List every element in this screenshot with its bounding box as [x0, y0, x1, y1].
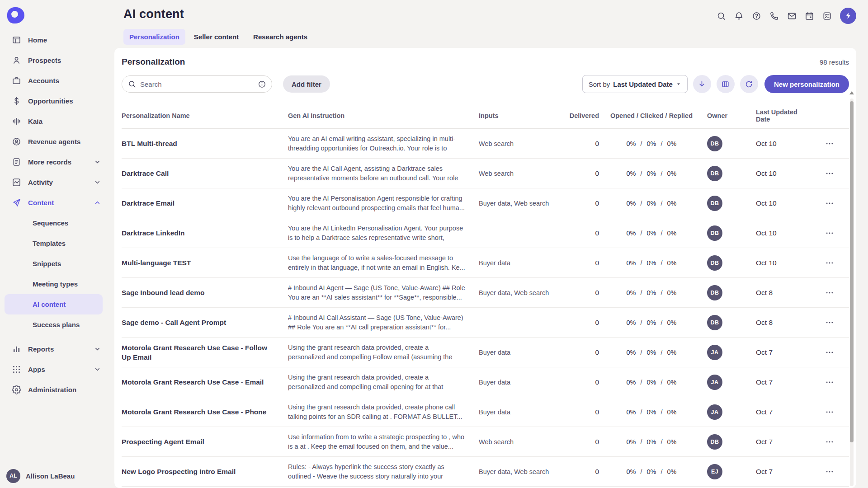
add-filter-button[interactable]: Add filter: [283, 75, 330, 93]
owner-avatar[interactable]: DB: [707, 225, 722, 241]
table-row[interactable]: Motorola Grant Research Use Case - Phone…: [122, 397, 849, 427]
sort-by-dropdown[interactable]: Sort by Last Updated Date: [582, 75, 688, 93]
sidebar-item-meeting-types[interactable]: Meeting types: [5, 274, 103, 294]
personalization-name[interactable]: Darktrace LinkedIn: [122, 228, 288, 238]
person-icon: [11, 56, 21, 66]
phone-icon[interactable]: [769, 10, 779, 21]
owner-avatar[interactable]: DB: [707, 434, 722, 450]
table-row[interactable]: Sage Inbound lead demo # Inbound AI Agen…: [122, 278, 849, 308]
personalization-name[interactable]: Darktrace Email: [122, 198, 288, 208]
refresh-button[interactable]: [740, 75, 758, 93]
table-row[interactable]: Darktrace LinkedIn You are the AI Linked…: [122, 218, 849, 248]
sidebar-item-snippets[interactable]: Snippets: [5, 253, 103, 274]
row-menu-button[interactable]: [810, 318, 849, 327]
sidebar-item-content[interactable]: Content: [0, 192, 107, 213]
col-header-name[interactable]: Personalization Name: [122, 112, 288, 119]
sidebar-item-sequences[interactable]: Sequences: [5, 213, 103, 233]
tab-personalization[interactable]: Personalization: [123, 29, 185, 45]
table-row[interactable]: Multi-language TEST Use the language of …: [122, 248, 849, 278]
table-row[interactable]: Sage demo - Call Agent Prompt # Inbound …: [122, 308, 849, 338]
row-menu-button[interactable]: [810, 199, 849, 208]
scroll-up-arrow[interactable]: [849, 91, 854, 94]
bell-icon[interactable]: [733, 10, 744, 21]
sidebar-item-apps[interactable]: Apps: [0, 359, 107, 380]
owner-avatar[interactable]: DB: [707, 315, 722, 330]
owner-avatar[interactable]: JA: [707, 404, 722, 420]
owner-avatar[interactable]: EJ: [707, 464, 722, 479]
owner-avatar[interactable]: JA: [707, 375, 722, 390]
sidebar-item-revenue-agents[interactable]: Revenue agents: [0, 131, 107, 152]
personalization-name[interactable]: Sage demo - Call Agent Prompt: [122, 318, 288, 327]
tab-seller-content[interactable]: Seller content: [188, 29, 245, 45]
personalization-name[interactable]: Motorola Grant Research Use Case - Phone: [122, 407, 288, 417]
table-row[interactable]: Motorola Grant Research Use Case - Follo…: [122, 338, 849, 367]
sidebar-item-accounts[interactable]: Accounts: [0, 70, 107, 91]
row-menu-button[interactable]: [810, 258, 849, 267]
owner-avatar[interactable]: JA: [707, 345, 722, 360]
sidebar-item-home[interactable]: Home: [0, 30, 107, 50]
scrollbar-thumb[interactable]: [850, 101, 854, 442]
columns-button[interactable]: [717, 75, 735, 93]
sidebar-item-ai-content[interactable]: AI content: [5, 294, 103, 314]
user-menu[interactable]: AL Allison LaBeau: [0, 464, 107, 488]
row-menu-button[interactable]: [810, 408, 849, 417]
sidebar-item-prospects[interactable]: Prospects: [0, 50, 107, 70]
table-row[interactable]: New Logo Prospecting Intro Email Rules: …: [122, 457, 849, 487]
row-menu-button[interactable]: [810, 169, 849, 178]
row-menu-button[interactable]: [810, 467, 849, 476]
col-header-ocr[interactable]: Opened / Clicked / Replied: [604, 112, 699, 119]
owner-avatar[interactable]: DB: [707, 255, 722, 271]
row-menu-button[interactable]: [810, 229, 849, 238]
row-menu-button[interactable]: [810, 437, 849, 446]
personalization-name[interactable]: Motorola Grant Research Use Case - Email: [122, 377, 288, 387]
table-row[interactable]: Darktrace Call You are the AI Call Agent…: [122, 159, 849, 188]
new-personalization-button[interactable]: New personalization: [764, 75, 849, 93]
table-row[interactable]: BTL Multi-thread You are an AI email wri…: [122, 129, 849, 159]
table-row[interactable]: Darktrace Email You are the AI Personali…: [122, 188, 849, 218]
personalization-name[interactable]: Multi-language TEST: [122, 258, 288, 267]
col-header-inputs[interactable]: Inputs: [479, 112, 564, 119]
ai-bolt-button[interactable]: [840, 8, 856, 24]
app-logo[interactable]: [0, 5, 107, 30]
tasks-icon[interactable]: [821, 10, 832, 21]
owner-avatar[interactable]: DB: [707, 166, 722, 181]
personalization-name[interactable]: New Logo Prospecting Intro Email: [122, 467, 288, 476]
row-menu-button[interactable]: [810, 378, 849, 387]
sidebar-item-reports[interactable]: Reports: [0, 339, 107, 359]
info-icon[interactable]: [258, 80, 266, 89]
sidebar-item-templates[interactable]: Templates: [5, 233, 103, 253]
row-menu-button[interactable]: [810, 139, 849, 148]
sidebar-item-administration[interactable]: Administration: [0, 380, 107, 400]
table-row[interactable]: Motorola Grant Research Use Case - Email…: [122, 367, 849, 397]
search-input[interactable]: [140, 80, 258, 88]
sidebar-item-more-records[interactable]: More records: [0, 152, 107, 172]
search-icon[interactable]: [716, 10, 726, 21]
row-menu-button[interactable]: [810, 348, 849, 357]
opened-clicked-replied-value: 0%/0%/0%: [604, 259, 699, 267]
tab-research-agents[interactable]: Research agents: [247, 29, 313, 45]
owner-avatar[interactable]: DB: [707, 285, 722, 300]
vertical-scrollbar[interactable]: [849, 91, 854, 488]
personalization-name[interactable]: BTL Multi-thread: [122, 139, 288, 148]
mail-icon[interactable]: [786, 10, 797, 21]
search-box[interactable]: [122, 75, 272, 93]
col-header-delivered[interactable]: Delivered: [564, 112, 604, 119]
col-header-owner[interactable]: Owner: [699, 112, 741, 119]
personalization-name[interactable]: Prospecting Agent Email: [122, 437, 288, 446]
personalization-name[interactable]: Sage Inbound lead demo: [122, 288, 288, 297]
owner-avatar[interactable]: DB: [707, 196, 722, 211]
export-button[interactable]: [693, 75, 711, 93]
table-row[interactable]: Prospecting Agent Email Use information …: [122, 427, 849, 457]
calendar-icon[interactable]: [804, 10, 815, 21]
col-header-instruction[interactable]: Gen AI Instruction: [288, 112, 479, 119]
help-icon[interactable]: [751, 10, 762, 21]
owner-avatar[interactable]: DB: [707, 136, 722, 151]
sidebar-item-activity[interactable]: Activity: [0, 172, 107, 192]
sidebar-item-opportunities[interactable]: Opportunities: [0, 91, 107, 111]
personalization-name[interactable]: Motorola Grant Research Use Case - Follo…: [122, 343, 288, 362]
sidebar-item-kaia[interactable]: Kaia: [0, 111, 107, 131]
sidebar-item-success-plans[interactable]: Success plans: [5, 314, 103, 335]
row-menu-button[interactable]: [810, 288, 849, 297]
col-header-date[interactable]: Last Updated Date: [741, 108, 810, 123]
personalization-name[interactable]: Darktrace Call: [122, 169, 288, 178]
